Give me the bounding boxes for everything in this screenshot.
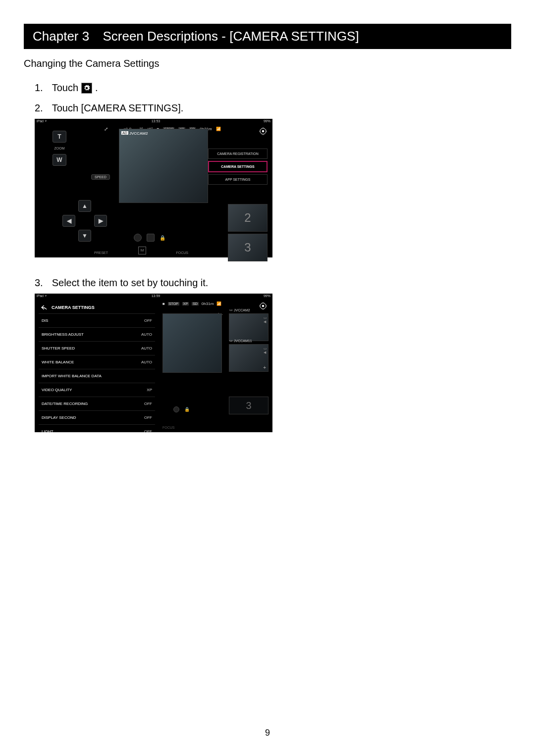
dpad-up-button[interactable]: ▲ xyxy=(78,200,91,212)
status-time: 13:53 xyxy=(152,119,160,123)
thumb-1-label: JVCCAM2 xyxy=(234,308,250,312)
camera-thumb-2[interactable]: ▭JVCCAM11 ▭◀ + xyxy=(229,344,268,372)
status-battery: 99% xyxy=(264,294,270,298)
dpad-left-button[interactable]: ◀ xyxy=(62,215,75,227)
sd-badge: SD xyxy=(192,302,199,305)
settings-row[interactable]: VIDEO QUALITYXP xyxy=(39,383,155,397)
thumb-indicators: ▭◀ xyxy=(264,316,267,324)
camera-tile-3[interactable]: 3 xyxy=(229,397,268,414)
sd-icon: ▭ xyxy=(229,339,233,343)
menu-app-settings[interactable]: APP SETTINGS xyxy=(208,174,268,185)
settings-row-label: WHITE BALANCE xyxy=(42,360,74,364)
settings-gear-button[interactable] xyxy=(259,127,268,136)
screenshot-2-container: iPad ᯤ 13:59 99% CAMERA SETTINGS DISOFFB… xyxy=(35,294,511,432)
antenna-icon: 📶 xyxy=(216,127,221,131)
top-info-row-2: ■ STOP XP SD 0h31m 📶 xyxy=(162,302,221,306)
step-3-text: Select the item to set by touching it. xyxy=(52,277,209,289)
step-3-num: 3. xyxy=(35,277,43,289)
settings-panel-header: CAMERA SETTINGS xyxy=(39,302,155,313)
camera-tile-2[interactable]: 2 xyxy=(228,204,268,232)
settings-row-label: DIS xyxy=(42,318,48,323)
status-time: 13:59 xyxy=(152,294,160,298)
settings-row-value: AUTO xyxy=(141,346,152,351)
settings-row[interactable]: IMPORT WHITE BALANCE DATA xyxy=(39,369,155,383)
preset-icon[interactable] xyxy=(138,247,146,254)
lock-icon: 🔒 xyxy=(160,235,165,241)
sd-icon: ▭ xyxy=(229,308,233,312)
settings-row-label: IMPORT WHITE BALANCE DATA xyxy=(42,374,102,378)
settings-row[interactable]: BRIGHTNESS ADJUSTAUTO xyxy=(39,327,155,341)
settings-row[interactable]: LIGHTOFF xyxy=(39,424,155,438)
settings-row-value: AUTO xyxy=(141,360,152,364)
antenna-icon: 📶 xyxy=(216,302,221,306)
settings-row-label: BRIGHTNESS ADJUST xyxy=(42,332,84,337)
chapter-number: Chapter 3 xyxy=(33,29,89,44)
thumb-indicators: ▭◀ xyxy=(264,347,267,354)
focus-label: FOCUS xyxy=(162,426,175,429)
menu-camera-settings[interactable]: CAMERA SETTINGS xyxy=(208,161,268,172)
settings-gear-button[interactable] xyxy=(259,302,268,310)
dpad-down-button[interactable]: ▼ xyxy=(78,230,91,242)
camera-thumbnail-column: ▭JVCCAM2 ▭◀ ▭JVCCAM11 ▭◀ + xyxy=(229,313,268,372)
settings-row-label: VIDEO QUALITY xyxy=(42,388,72,392)
step-1-period: . xyxy=(95,82,98,94)
menu-camera-registration[interactable]: CAMERA REGISTRATION xyxy=(208,149,268,159)
settings-row[interactable]: DATE/TIME RECORDINGOFF xyxy=(39,397,155,410)
thumb-2-label: JVCCAM11 xyxy=(234,339,252,343)
settings-row-value: OFF xyxy=(144,402,152,406)
screenshot-1: iPad ᯤ 13:53 99% ⤢ x1.0 →3° ↑6° ■ STOP X… xyxy=(35,119,272,257)
settings-row[interactable]: WHITE BALANCEAUTO xyxy=(39,355,155,369)
settings-row-value: AUTO xyxy=(141,332,152,337)
record-controls: 🔒 xyxy=(173,406,190,412)
plus-icon: + xyxy=(263,365,266,370)
speed-button[interactable]: SPEED xyxy=(91,174,110,180)
camera-live-view[interactable]: AD JVCCAM2 xyxy=(119,129,208,203)
rec-duration: 0h31m xyxy=(202,302,214,306)
camera-live-view[interactable] xyxy=(162,313,222,373)
zoom-tele-button[interactable]: T xyxy=(53,131,66,143)
step-3: 3. Select the item to set by touching it… xyxy=(35,277,511,289)
back-icon[interactable] xyxy=(41,304,49,310)
status-bar: iPad ᯤ 13:59 99% xyxy=(35,294,272,298)
gear-icon xyxy=(81,83,92,94)
status-bar: iPad ᯤ 13:53 99% xyxy=(35,119,272,123)
svg-point-0 xyxy=(262,130,265,133)
camera-tile-3[interactable]: 3 xyxy=(228,234,268,261)
step-2-num: 2. xyxy=(35,102,43,114)
step-2: 2. Touch [CAMERA SETTINGS]. xyxy=(35,102,511,114)
step-1: 1. Touch . xyxy=(35,82,511,94)
screenshot-2: iPad ᯤ 13:59 99% CAMERA SETTINGS DISOFFB… xyxy=(35,294,272,432)
record-button[interactable] xyxy=(134,234,142,242)
pan-tilt-dpad: ▲ ▼ ◀ ▶ xyxy=(57,198,112,252)
page-number: 9 xyxy=(0,728,535,738)
settings-row-value: OFF xyxy=(144,429,152,434)
settings-row-value: OFF xyxy=(144,318,152,323)
record-controls: 🔒 xyxy=(134,234,165,242)
bottom-row: PRESET FOCUS xyxy=(94,247,188,254)
zoom-column: T ZOOM W xyxy=(53,131,66,166)
lock-icon: 🔒 xyxy=(184,407,190,412)
dpad-right-button[interactable]: ▶ xyxy=(94,215,107,227)
camera-thumb-1[interactable]: ▭JVCCAM2 ▭◀ xyxy=(229,313,268,341)
settings-panel-title: CAMERA SETTINGS xyxy=(52,305,95,310)
record-button[interactable] xyxy=(173,406,179,412)
zoom-wide-button[interactable]: W xyxy=(53,154,66,166)
expand-icon[interactable]: ⤢ xyxy=(104,126,108,132)
status-device: iPad ᯤ xyxy=(37,294,48,298)
preset-label: PRESET xyxy=(94,251,108,254)
svg-point-1 xyxy=(262,305,265,307)
stop-button[interactable] xyxy=(147,234,155,242)
settings-row-value: XP xyxy=(147,388,152,392)
settings-row[interactable]: DISPLAY SECONDOFF xyxy=(39,410,155,424)
status-device: iPad ᯤ xyxy=(37,119,48,123)
stop-badge: STOP xyxy=(168,302,179,305)
status-battery: 99% xyxy=(264,119,270,123)
step-1-num: 1. xyxy=(35,82,43,94)
settings-row-label: SHUTTER SPEED xyxy=(42,346,75,351)
step-2-text: Touch [CAMERA SETTINGS]. xyxy=(52,102,184,114)
settings-row[interactable]: SHUTTER SPEEDAUTO xyxy=(39,341,155,355)
settings-row-label: DISPLAY SECOND xyxy=(42,415,76,420)
xp-badge: XP xyxy=(182,302,189,305)
chapter-title: Screen Descriptions - [CAMERA SETTINGS] xyxy=(103,29,359,44)
settings-row[interactable]: DISOFF xyxy=(39,313,155,327)
